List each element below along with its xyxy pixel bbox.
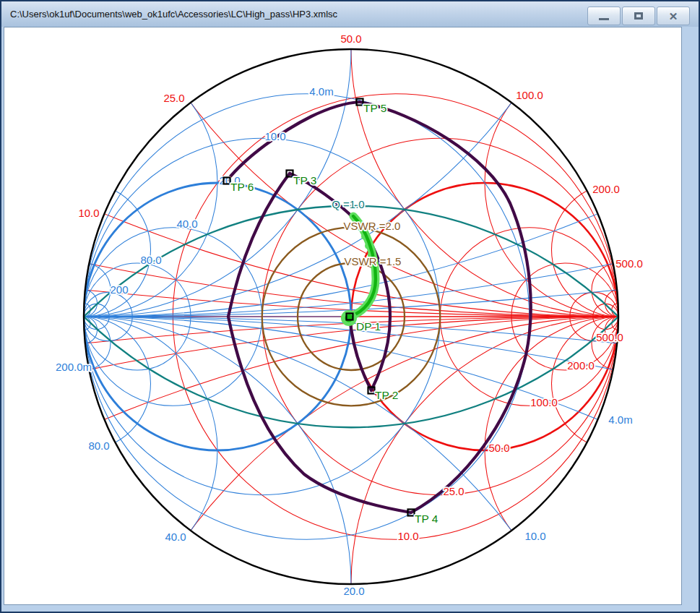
testpoint-label: DP 1 [356,320,381,333]
impedance-label: 200.0 [567,359,595,372]
chart-client-area: 50.025.010.0100.0200.0500.0500.0200.0100… [4,27,682,605]
vswr-label: VSWR =2.0 [344,220,401,232]
impedance-label: 500.0 [615,257,643,270]
impedance-label: 100.0 [530,396,558,408]
q-label: Q =1.0 [332,198,364,210]
admittance-label: 80.0 [140,254,161,266]
testpoint-label: TP 4 [415,513,438,525]
admittance-label: 10.0 [264,130,285,142]
impedance-label: 10.0 [397,530,418,542]
app-window: C:\Users\ok1uf\Documents\web_ok1ufc\Acce… [0,0,700,613]
impedance-label: 25.0 [163,92,184,104]
impedance-label: 500.0 [596,331,623,343]
maximize-button[interactable] [622,7,655,25]
admittance-label: 200 [110,283,128,296]
impedance-label: 50.0 [340,33,361,45]
admittance-label: 4.0m [608,413,632,426]
minimize-icon [599,18,609,20]
testpoints: DP 1TP 2TP 3TP 4TP 5TP 6 [224,99,438,526]
admittance-label: 80.0 [88,440,109,452]
testpoint-label: TP 5 [363,102,386,114]
minimize-button[interactable] [587,7,621,25]
vswr-label: VSWR =1.5 [345,255,402,267]
impedance-label: 50.0 [488,442,509,454]
smith-chart[interactable]: 50.025.010.0100.0200.0500.0500.0200.0100… [4,27,681,604]
admittance-label: 200.0m [56,361,92,373]
admittance-label: 40.0 [176,218,197,230]
testpoint-label: TP 6 [230,181,254,193]
admittance-label: 20.0 [343,585,364,597]
maximize-icon [634,12,643,20]
impedance-label: 25.0 [443,485,464,497]
admittance-label: 10.0 [524,530,545,542]
impedance-label: 200.0 [592,183,620,195]
testpoint-label: TP 2 [375,389,398,401]
window-controls: ✕ [587,7,690,25]
admittance-label: 4.0m [309,85,333,98]
window-title: C:\Users\ok1uf\Documents\web_ok1ufc\Acce… [10,9,337,20]
impedance-label: 100.0 [516,89,543,101]
testpoint-label: TP 3 [293,174,316,187]
close-button[interactable]: ✕ [657,7,690,25]
admittance-label: 40.0 [165,531,186,543]
close-icon: ✕ [669,11,678,22]
impedance-label: 10.0 [78,207,99,219]
